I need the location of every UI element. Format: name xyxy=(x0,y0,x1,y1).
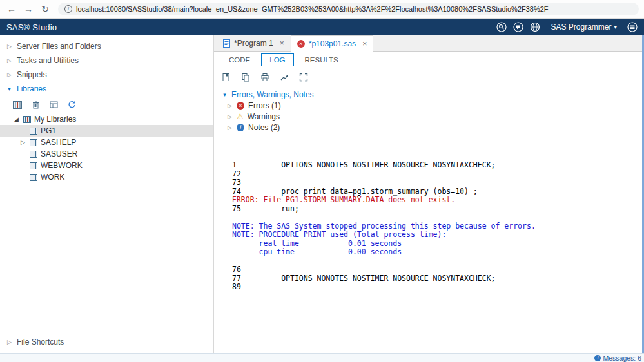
search-icon[interactable] xyxy=(496,22,507,32)
assign-library-icon[interactable] xyxy=(50,100,58,109)
library-name: SASUSER xyxy=(41,149,77,158)
messages-label[interactable]: Messages: 6 xyxy=(603,354,641,362)
warning-icon: ⚠ xyxy=(237,113,244,120)
goto-line-icon[interactable] xyxy=(280,73,289,82)
log-toolbar xyxy=(214,68,644,86)
section-label: Tasks and Utilities xyxy=(17,56,79,65)
log-tree-warnings[interactable]: ▷ ⚠ Warnings xyxy=(214,111,644,122)
tab-results[interactable]: RESULTS xyxy=(297,53,347,66)
log-line: NOTE: The SAS System stopped processing … xyxy=(232,222,644,231)
errors-label: Errors (1) xyxy=(248,101,281,110)
tab-program-1[interactable]: *Program 1 × xyxy=(217,35,291,51)
status-bar: i Messages: 6 xyxy=(0,353,644,362)
chevron-right-icon: ▷ xyxy=(6,71,12,78)
log-line xyxy=(232,213,644,222)
chat-icon[interactable] xyxy=(513,22,523,32)
info-icon: i xyxy=(237,124,244,131)
log-tree-errors[interactable]: ▷ × Errors (1) xyxy=(214,100,644,111)
tab-label: *Program 1 xyxy=(234,39,273,48)
new-library-icon[interactable] xyxy=(13,101,22,109)
library-icon xyxy=(30,151,37,158)
log-line: NOTE: PROCEDURE PRINT used (Total proces… xyxy=(232,231,644,240)
library-icon xyxy=(30,174,37,181)
log-line: 1 OPTIONS NONOTES NOSTIMER NOSOURCE NOSY… xyxy=(232,161,644,170)
log-lines: 1 OPTIONS NONOTES NOSTIMER NOSOURCE NOSY… xyxy=(214,161,644,292)
tab-label: *p103p01.sas xyxy=(309,39,356,48)
library-name: PG1 xyxy=(41,126,56,135)
my-libraries-node[interactable]: ◢ My Libraries xyxy=(0,113,213,125)
library-pg1[interactable]: PG1 xyxy=(0,125,213,137)
sidebar-section-file-shortcuts[interactable]: ▷ File Shortcuts xyxy=(0,335,213,349)
messages-info-icon: i xyxy=(594,355,601,361)
library-work[interactable]: WORK xyxy=(0,171,213,183)
log-line: 73 xyxy=(232,178,644,187)
sidebar-section-snippets[interactable]: ▷ Snippets xyxy=(0,68,213,82)
chevron-right-icon: ▷ xyxy=(6,339,12,345)
caret-down-icon: ▾ xyxy=(614,24,617,30)
refresh-icon[interactable] xyxy=(68,100,76,109)
log-line: 77 OPTIONS NONOTES NOSTIMER NOSOURCE NOS… xyxy=(232,274,644,283)
library-icon xyxy=(23,116,31,123)
log-line: 76 xyxy=(232,265,644,274)
editor-area: *Program 1 × × *p103p01.sas × CODE LOG R… xyxy=(214,35,644,353)
library-sasuser[interactable]: SASUSER xyxy=(0,148,213,160)
user-role-menu[interactable]: SAS Programmer ▾ xyxy=(551,23,617,32)
log-line: ERROR: File PG1.STORM_SUMMARY.DATA does … xyxy=(232,196,644,205)
section-label: Server Files and Folders xyxy=(17,42,101,51)
tab-strip: *Program 1 × × *p103p01.sas × xyxy=(214,35,644,52)
chevron-down-icon: ▾ xyxy=(6,86,12,92)
chevron-right-icon: ▷ xyxy=(227,113,233,120)
tab-p103p01[interactable]: × *p103p01.sas × xyxy=(291,35,373,52)
delete-icon[interactable] xyxy=(32,100,40,109)
page: ← → ↻ i localhost:10080/SASStudio/38/mai… xyxy=(0,0,644,362)
tab-code[interactable]: CODE xyxy=(220,53,259,66)
user-role-label: SAS Programmer xyxy=(551,23,611,32)
my-libraries-label: My Libraries xyxy=(34,115,76,124)
globe-icon[interactable] xyxy=(530,22,540,32)
chevron-down-icon: ▾ xyxy=(222,91,228,98)
browser-forward-icon[interactable]: → xyxy=(22,4,35,14)
log-line: real time 0.01 seconds xyxy=(232,240,644,249)
address-bar[interactable]: i localhost:10080/SASStudio/38/main?loca… xyxy=(58,3,639,15)
libraries-toolbar xyxy=(0,96,213,113)
library-name: WEBWORK xyxy=(41,161,83,170)
library-webwork[interactable]: WEBWORK xyxy=(0,160,213,171)
sidebar-section-server-files[interactable]: ▷ Server Files and Folders xyxy=(0,39,213,53)
save-log-icon[interactable] xyxy=(222,73,231,82)
library-name: WORK xyxy=(41,173,64,182)
log-tree-root-label: Errors, Warnings, Notes xyxy=(231,90,314,99)
sidebar-section-tasks[interactable]: ▷ Tasks and Utilities xyxy=(0,53,213,68)
log-panel: ▾ Errors, Warnings, Notes ▷ × Errors (1)… xyxy=(214,86,644,353)
log-tree-notes[interactable]: ▷ i Notes (2) xyxy=(214,122,644,133)
chevron-right-icon: ▷ xyxy=(6,57,12,64)
library-icon xyxy=(30,139,37,146)
log-line: 72 xyxy=(232,170,644,179)
log-line: 74 proc print data=pg1.storm_summary (ob… xyxy=(232,187,644,196)
print-icon[interactable] xyxy=(260,73,269,82)
tab-log[interactable]: LOG xyxy=(261,53,293,66)
sidebar-section-libraries[interactable]: ▾ Libraries xyxy=(0,82,213,96)
close-tab-icon[interactable]: × xyxy=(362,39,367,48)
library-icon xyxy=(30,128,37,135)
chevron-right-icon: ▷ xyxy=(227,102,233,109)
close-tab-icon[interactable]: × xyxy=(280,39,284,48)
copy-log-icon[interactable] xyxy=(241,73,250,82)
maximize-view-icon[interactable] xyxy=(299,73,308,82)
log-line: 75 run; xyxy=(232,205,644,214)
log-line: cpu time 0.00 seconds xyxy=(232,248,644,257)
site-info-icon[interactable]: i xyxy=(64,5,72,13)
section-label: Snippets xyxy=(17,70,47,79)
library-icon xyxy=(30,162,37,169)
menu-icon[interactable] xyxy=(627,22,638,32)
browser-toolbar: ← → ↻ i localhost:10080/SASStudio/38/mai… xyxy=(0,0,644,19)
library-name: SASHELP xyxy=(41,138,76,147)
log-tree-root[interactable]: ▾ Errors, Warnings, Notes xyxy=(214,89,644,100)
warnings-label: Warnings xyxy=(248,112,280,121)
header-actions: SAS Programmer ▾ xyxy=(496,22,638,32)
chevron-right-icon: ▷ xyxy=(6,43,12,50)
browser-back-icon[interactable]: ← xyxy=(5,4,18,14)
libraries-tree: ◢ My Libraries PG1 ▷ xyxy=(0,113,213,183)
browser-refresh-icon[interactable]: ↻ xyxy=(39,4,52,14)
library-sashelp[interactable]: ▷ SASHELP xyxy=(0,137,213,148)
app-header: SAS® Studio SAS Programmer ▾ xyxy=(0,19,644,35)
